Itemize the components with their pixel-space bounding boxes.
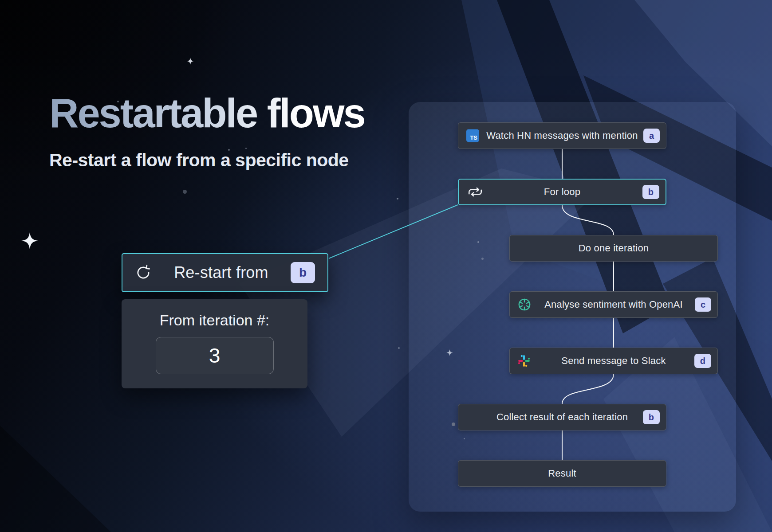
flow-node-analyse-sentiment[interactable]: Analyse sentiment with OpenAI c — [509, 291, 718, 318]
node-label: Do one iteration — [579, 243, 649, 254]
node-label: For loop — [544, 186, 580, 198]
promo-canvas: Restartable flows Re-start a flow from a… — [0, 0, 772, 532]
node-badge: c — [695, 297, 711, 312]
node-label: Collect result of each iteration — [496, 411, 628, 423]
star-dot — [464, 438, 465, 439]
node-label: Result — [548, 468, 576, 479]
slack-icon — [518, 355, 530, 367]
star-dot — [477, 241, 479, 243]
star-dot — [481, 258, 484, 260]
flow-node-collect-result[interactable]: Collect result of each iteration b — [458, 404, 666, 430]
hero-section: Restartable flows Re-start a flow from a… — [49, 92, 365, 171]
node-label: Watch HN messages with mention — [486, 130, 638, 141]
typescript-icon: TS — [466, 129, 479, 142]
page-subtitle: Re-start a flow from a specific node — [49, 150, 365, 171]
node-badge: b — [643, 410, 660, 424]
flow-node-result[interactable]: Result — [458, 460, 666, 487]
node-label: Send message to Slack — [561, 355, 666, 367]
node-badge: d — [694, 354, 711, 368]
loop-icon — [467, 185, 484, 199]
flow-node-do-one-iteration[interactable]: Do one iteration — [509, 235, 718, 262]
openai-icon — [518, 298, 531, 311]
sparkle-icon — [446, 349, 453, 356]
refresh-icon — [135, 264, 152, 281]
star-dot — [397, 198, 398, 200]
flow-node-watch-hn[interactable]: TS Watch HN messages with mention a — [458, 122, 666, 149]
star-dot — [452, 422, 455, 426]
flow-node-for-loop[interactable]: For loop b — [458, 179, 666, 205]
typescript-icon-text: TS — [466, 129, 479, 142]
flow-node-send-slack[interactable]: Send message to Slack d — [509, 348, 718, 374]
restart-from-label: Re-start from — [152, 263, 291, 282]
iteration-card: From iteration #: — [122, 299, 307, 388]
iteration-number-input[interactable] — [156, 337, 274, 374]
node-badge: a — [643, 129, 660, 143]
sparkle-icon — [21, 232, 38, 249]
restart-from-button[interactable]: Re-start from b — [122, 253, 328, 292]
sparkle-icon — [187, 58, 194, 65]
node-badge: b — [642, 185, 659, 199]
node-label: Analyse sentiment with OpenAI — [544, 299, 683, 310]
star-dot — [183, 190, 187, 194]
iteration-label: From iteration #: — [160, 312, 270, 329]
star-dot — [398, 347, 400, 349]
restart-badge: b — [291, 262, 315, 283]
page-title: Restartable flows — [49, 92, 365, 135]
